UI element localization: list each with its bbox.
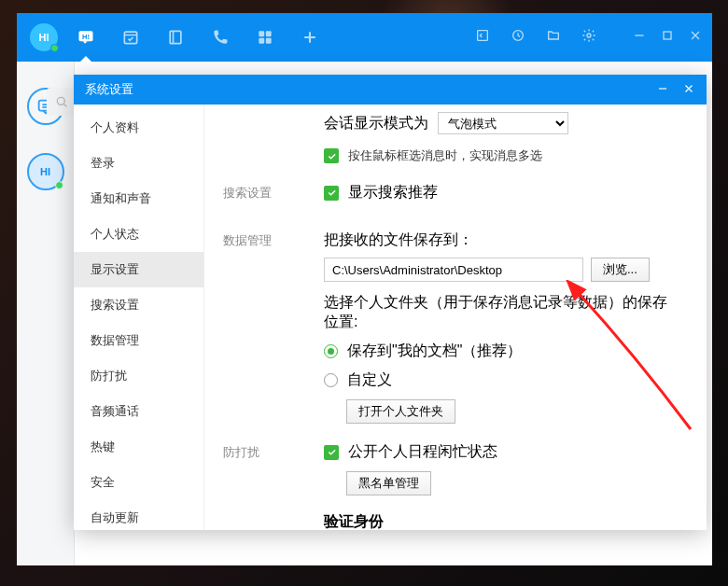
svg-text:H!: H! [82, 33, 90, 41]
save-to-label: 把接收的文件保存到： [324, 230, 679, 250]
history-icon[interactable] [511, 28, 525, 47]
status-dot [55, 181, 63, 189]
svg-rect-11 [664, 32, 671, 39]
add-tab-icon[interactable] [301, 28, 319, 47]
folder-icon[interactable] [546, 28, 561, 47]
nav-hotkey[interactable]: 热键 [74, 429, 203, 465]
svg-rect-5 [266, 31, 272, 36]
show-recommend-checkbox[interactable] [324, 186, 339, 201]
public-busy-label: 公开个人日程闲忙状态 [348, 442, 497, 462]
nav-audio[interactable]: 音频通话 [74, 394, 203, 429]
svg-rect-3 [170, 31, 181, 43]
nav-update[interactable]: 自动更新 [74, 500, 203, 530]
svg-rect-6 [259, 38, 264, 44]
public-busy-checkbox[interactable] [324, 445, 339, 460]
nav-search[interactable]: 搜索设置 [74, 287, 203, 323]
nav-status[interactable]: 个人状态 [74, 216, 203, 252]
user-avatar[interactable]: HI [30, 23, 58, 51]
nav-data[interactable]: 数据管理 [74, 323, 203, 358]
radio-docs-label: 保存到"我的文档"（推荐） [347, 342, 522, 361]
settings-icon[interactable] [581, 28, 596, 47]
show-recommend-label: 显示搜索推荐 [348, 183, 438, 202]
main-minimize-icon[interactable] [632, 28, 647, 47]
dnd-section-label: 防打扰 [223, 442, 298, 461]
phone-tab-icon[interactable] [211, 28, 230, 47]
svg-rect-2 [124, 32, 136, 43]
main-maximize-icon[interactable] [660, 28, 675, 47]
dialog-minimize-icon[interactable] [643, 82, 669, 98]
browse-button[interactable]: 浏览... [591, 258, 650, 282]
open-folder-button[interactable]: 打开个人文件夹 [346, 399, 455, 424]
dialog-scroll[interactable]: 会话显示模式为 气泡模式 按住鼠标框选消息时，实现消息多选 搜索设置 显示搜索推… [204, 105, 707, 530]
multi-select-checkbox[interactable] [324, 148, 339, 163]
save-path-input[interactable] [324, 258, 583, 282]
svg-rect-7 [266, 38, 272, 44]
screenshot-icon[interactable] [475, 28, 490, 47]
multi-select-label: 按住鼠标框选消息时，实现消息多选 [348, 147, 542, 164]
data-section-label: 数据管理 [223, 230, 298, 249]
nav-display[interactable]: 显示设置 [74, 252, 203, 287]
nav-notify[interactable]: 通知和声音 [74, 181, 203, 216]
side-avatar[interactable]: HI [27, 153, 64, 190]
blacklist-button[interactable]: 黑名单管理 [346, 471, 431, 495]
svg-point-12 [57, 97, 64, 105]
svg-point-10 [587, 34, 591, 37]
left-panel: HI [17, 62, 75, 565]
dialog-close-icon[interactable] [669, 82, 695, 98]
display-mode-label: 会话显示模式为 [324, 114, 428, 133]
verify-label: 验证身份 [324, 512, 679, 530]
avatar-text: HI [39, 32, 49, 43]
dialog-nav: 个人资料 登录 通知和声音 个人状态 显示设置 搜索设置 数据管理 防打扰 音频… [74, 105, 204, 530]
nav-dnd[interactable]: 防打扰 [74, 358, 203, 394]
nav-security[interactable]: 安全 [74, 465, 203, 500]
contacts-tab-icon[interactable] [166, 28, 185, 47]
svg-rect-4 [259, 31, 264, 36]
dialog-content: 会话显示模式为 气泡模式 按住鼠标框选消息时，实现消息多选 搜索设置 显示搜索推… [204, 105, 707, 530]
dialog-titlebar: 系统设置 [74, 75, 707, 105]
nav-profile[interactable]: 个人资料 [74, 110, 203, 146]
calendar-tab-icon[interactable] [121, 28, 140, 47]
titlebar-actions [475, 28, 703, 47]
main-tabs: H! [77, 28, 319, 47]
display-mode-select[interactable]: 气泡模式 [438, 112, 568, 134]
chat-tab-icon[interactable]: H! [77, 28, 95, 47]
search-section-label: 搜索设置 [223, 183, 298, 202]
apps-tab-icon[interactable] [256, 28, 274, 47]
radio-custom[interactable] [324, 373, 338, 387]
radio-custom-label: 自定义 [347, 370, 392, 390]
radio-docs[interactable] [324, 344, 338, 358]
main-titlebar: HI H! [17, 13, 712, 62]
nav-login[interactable]: 登录 [74, 146, 203, 181]
main-close-icon[interactable] [688, 28, 703, 47]
settings-dialog: 系统设置 个人资料 登录 通知和声音 个人状态 显示设置 搜索设置 数据管理 防… [74, 75, 707, 530]
svg-rect-8 [478, 31, 488, 41]
search-icon [54, 94, 69, 109]
folder-location-label: 选择个人文件夹（用于保存消息记录等数据）的保存位置: [324, 293, 679, 332]
status-dot [50, 44, 59, 52]
dialog-title: 系统设置 [85, 81, 133, 98]
